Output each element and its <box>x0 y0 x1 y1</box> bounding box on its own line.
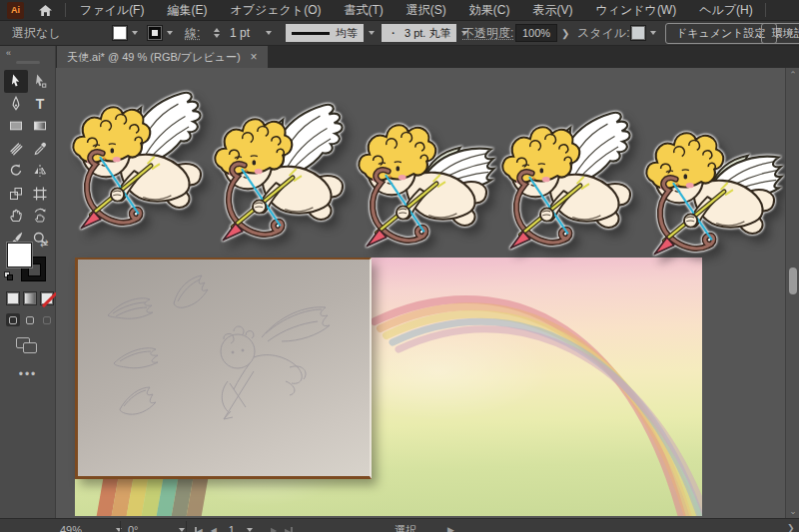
stroke-width-value[interactable]: 1 pt <box>230 21 250 45</box>
fill-indicator[interactable] <box>7 243 32 267</box>
document-tab-bar: 天使.ai* @ 49 % (RGB/プレビュー) × <box>56 46 799 68</box>
menu-items: ファイル(F)編集(E)オブジェクト(O)書式(T)選択(S)効果(C)表示(V… <box>80 2 753 19</box>
cupid-artwork[interactable] <box>62 80 212 235</box>
status-display[interactable]: 選択 <box>395 519 416 532</box>
menu-separator <box>765 3 766 17</box>
collapse-panel-icon[interactable]: « <box>6 48 10 58</box>
chevron-down-icon[interactable] <box>369 31 375 35</box>
artboard-number[interactable]: 1 <box>229 524 235 532</box>
tool-artboard[interactable] <box>28 183 52 206</box>
illustrator-window: Ai ファイル(F)編集(E)オブジェクト(O)書式(T)選択(S)効果(C)表… <box>0 0 799 532</box>
edit-toolbar-icon[interactable]: ••• <box>0 367 56 381</box>
none-button[interactable] <box>40 291 54 305</box>
menu-item[interactable]: オブジェクト(O) <box>230 2 321 19</box>
brush-name: 3 pt. 丸筆 <box>404 26 450 41</box>
chevron-down-icon[interactable] <box>132 31 138 35</box>
tool-free-transform[interactable] <box>4 183 28 206</box>
menu-item[interactable]: 表示(V) <box>532 2 572 19</box>
draw-inside-button[interactable] <box>40 313 54 326</box>
zoom-level-select[interactable]: 49% <box>60 519 122 532</box>
tool-icon <box>8 73 24 89</box>
screen-mode-button[interactable] <box>16 337 38 355</box>
swap-fill-stroke-icon[interactable]: ⇄ <box>40 238 48 249</box>
fill-swatch[interactable] <box>112 25 128 41</box>
scroll-down-icon[interactable]: ⌄ <box>786 506 799 516</box>
scroll-up-icon[interactable]: ⌃ <box>786 70 799 80</box>
artboard-dropdown-icon[interactable] <box>247 528 253 532</box>
app-logo-icon[interactable]: Ai <box>7 2 24 19</box>
tool-icon <box>8 96 24 112</box>
stroke-panel-link[interactable]: 線: <box>185 21 200 45</box>
menu-item[interactable]: 編集(E) <box>167 2 207 19</box>
panel-grip[interactable] <box>16 61 40 64</box>
draw-behind-button[interactable] <box>23 313 37 326</box>
stroke-swatch[interactable] <box>147 25 163 41</box>
menu-item[interactable]: 書式(T) <box>344 2 383 19</box>
document-tab[interactable]: 天使.ai* @ 49 % (RGB/プレビュー) × <box>57 46 268 68</box>
drawing-mode-buttons <box>6 313 54 326</box>
first-artboard-icon[interactable]: ◀ <box>195 524 203 532</box>
cupid-artwork[interactable] <box>635 106 785 261</box>
sketch-drawing <box>78 260 369 476</box>
chevron-right-icon[interactable]: ❯ <box>561 21 569 45</box>
tool-gradient[interactable] <box>28 115 52 138</box>
tab-close-icon[interactable]: × <box>251 50 258 64</box>
document-setup-button[interactable]: ドキュメント設定 <box>665 21 777 45</box>
stroke-width-stepper[interactable] <box>214 21 220 45</box>
brush-control[interactable]: ・ 3 pt. 丸筆 <box>382 21 467 45</box>
style-swatch[interactable] <box>630 25 646 41</box>
document-tab-title: 天使.ai* @ 49 % (RGB/プレビュー) <box>67 50 241 65</box>
tool-icon <box>32 186 48 202</box>
tool-rotate[interactable] <box>4 160 28 183</box>
style-control[interactable] <box>630 21 656 45</box>
stroke-profile-control[interactable]: 均等 <box>286 21 375 45</box>
tool-reflect[interactable] <box>28 160 52 183</box>
tools-panel: « <box>0 46 56 532</box>
cupid-artwork[interactable] <box>204 92 354 247</box>
scrollbar-thumb[interactable] <box>789 267 797 294</box>
tool-pen[interactable] <box>4 93 28 116</box>
last-artboard-icon[interactable]: ▶ <box>285 524 293 532</box>
scroll-right-icon[interactable]: ❯ <box>787 523 795 532</box>
cupid-artwork[interactable] <box>348 98 497 253</box>
menu-item[interactable]: 選択(S) <box>406 2 446 19</box>
menu-item[interactable]: ウィンドウ(W) <box>595 2 676 19</box>
vertical-scrollbar[interactable]: ⌃ ⌄ <box>785 68 799 518</box>
menu-item[interactable]: ファイル(F) <box>80 2 144 19</box>
tool-selection[interactable] <box>4 70 28 93</box>
cupid-artwork[interactable] <box>491 100 641 255</box>
previous-artboard-icon[interactable]: ◀ <box>211 526 217 532</box>
home-icon[interactable] <box>38 4 53 17</box>
tool-icon <box>8 163 24 179</box>
fill-stroke-indicator: ⇄ <box>0 240 56 299</box>
stroke-width-dropdown[interactable] <box>266 21 272 45</box>
color-button[interactable] <box>6 291 20 305</box>
pencil-sketch-photo[interactable] <box>75 258 372 479</box>
chevron-down-icon[interactable] <box>167 31 173 35</box>
rotation-select[interactable]: 0° <box>128 519 185 532</box>
tool-eyedropper[interactable] <box>28 138 52 161</box>
opacity-field[interactable]: 100% <box>515 21 557 45</box>
chevron-down-icon[interactable] <box>650 31 656 35</box>
default-fill-stroke-icon[interactable] <box>4 271 14 281</box>
draw-normal-button[interactable] <box>6 313 20 326</box>
gradient-button[interactable] <box>23 291 37 305</box>
tool-icon <box>8 208 24 224</box>
control-bar: 選択なし 線: 1 pt 均等 ・ 3 pt. 丸筆 <box>0 20 799 46</box>
fill-color-control[interactable] <box>112 21 138 45</box>
stroke-color-control[interactable] <box>147 21 173 45</box>
tool-type[interactable] <box>28 93 52 116</box>
artboard-canvas[interactable] <box>56 68 785 518</box>
tool-direct-selection[interactable] <box>28 70 52 93</box>
preferences-button[interactable]: 環境設 <box>761 21 799 45</box>
status-play-icon[interactable]: ▶ <box>447 519 454 532</box>
menu-item[interactable]: ヘルプ(H) <box>699 2 753 19</box>
tool-shaper[interactable] <box>4 138 28 161</box>
next-artboard-icon[interactable]: ▶ <box>271 526 277 532</box>
tool-rectangle[interactable] <box>4 115 28 138</box>
opacity-link[interactable]: 不透明度: <box>462 21 513 45</box>
menu-item[interactable]: 効果(C) <box>469 2 510 19</box>
tool-rotate-view[interactable] <box>28 205 52 228</box>
tool-icon <box>32 73 48 89</box>
tool-hand[interactable] <box>4 205 28 228</box>
